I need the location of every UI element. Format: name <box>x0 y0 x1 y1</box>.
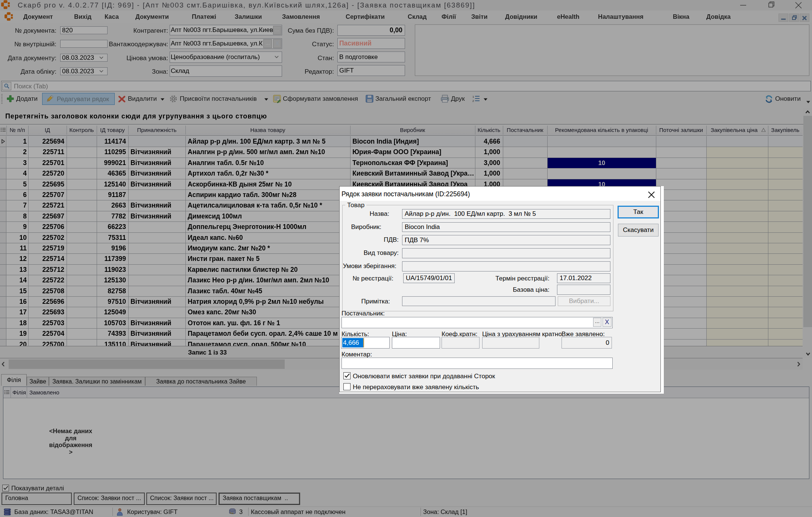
svg-text:1: 1 <box>472 95 474 99</box>
svg-text:2: 2 <box>472 99 474 103</box>
